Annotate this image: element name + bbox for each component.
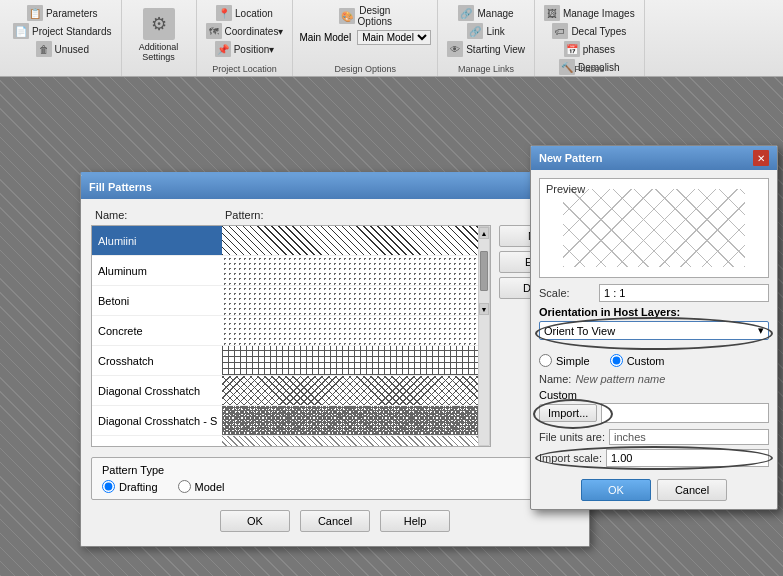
ribbon-group-phases: 🖼 Manage Images 🏷 Decal Types 📅 phases 🔨… — [535, 0, 645, 76]
name-column-header: Name: — [95, 209, 225, 221]
file-units-value: inches — [609, 429, 769, 445]
import-row: Import... — [539, 403, 769, 423]
new-pattern-dialog: New Pattern ✕ Preview Scale: Orientation… — [530, 145, 778, 510]
pattern-preview-aluminum — [222, 256, 478, 285]
decal-types-button[interactable]: 🏷 Decal Types — [549, 22, 629, 40]
import-scale-section: Import scale: — [539, 449, 769, 467]
fill-patterns-ok-button[interactable]: OK — [220, 510, 290, 532]
new-pattern-bottom-buttons: OK Cancel — [539, 475, 769, 501]
ribbon: 📋 Parameters 📄 Project Standards 🗑 Unuse… — [0, 0, 783, 77]
phases-button[interactable]: 📅 phases — [561, 40, 618, 58]
fill-patterns-help-button[interactable]: Help — [380, 510, 450, 532]
drafting-radio-label[interactable]: Drafting — [102, 480, 158, 493]
fill-patterns-dialog: Fill Patterns ✕ Name: Pattern: Alumiini … — [80, 172, 590, 547]
list-item[interactable]: Crosshatch — [92, 346, 478, 376]
pattern-preview-betoni — [222, 286, 478, 315]
custom-radio-label[interactable]: Custom — [610, 354, 665, 367]
import-scale-input[interactable] — [606, 449, 769, 467]
starting-view-button[interactable]: 👁 Starting View — [444, 40, 528, 58]
list-item[interactable]: Diagonal Crosshatch — [92, 376, 478, 406]
unused-button[interactable]: 🗑 Unused — [33, 40, 92, 58]
preview-label: Preview — [546, 183, 585, 195]
scale-input[interactable] — [599, 284, 769, 302]
orientation-label: Orientation in Host Layers: — [539, 306, 769, 318]
scroll-up-arrow[interactable]: ▲ — [479, 227, 489, 239]
scale-row: Scale: — [539, 284, 769, 302]
fill-patterns-cancel-button[interactable]: Cancel — [300, 510, 370, 532]
scroll-down-arrow[interactable]: ▼ — [479, 303, 489, 315]
import-scale-label: Import scale: — [539, 452, 602, 464]
pattern-name-aluminum: Aluminum — [92, 265, 222, 277]
new-pattern-titlebar: New Pattern ✕ — [531, 146, 777, 170]
position-icon: 📌 — [215, 41, 231, 57]
simple-custom-radio-group: Simple Custom — [539, 354, 769, 367]
new-pattern-cancel-button[interactable]: Cancel — [657, 479, 727, 501]
custom-section-label: Custom — [539, 389, 769, 401]
ribbon-group-parameters: 📋 Parameters 📄 Project Standards 🗑 Unuse… — [4, 0, 122, 76]
import-scale-row: Import scale: — [539, 449, 769, 467]
pattern-name-diagcrosshatch2: Diagonal cross-hatch — [92, 445, 222, 447]
location-button[interactable]: 📍 Location — [213, 4, 276, 22]
pattern-preview-diagcrosshatch-s — [222, 406, 478, 435]
model-radio[interactable] — [178, 480, 191, 493]
pattern-name-diagcrosshatch: Diagonal Crosshatch — [92, 385, 222, 397]
pattern-list-container: Alumiini Aluminum Betoni Concrete — [91, 225, 579, 447]
scroll-thumb[interactable] — [480, 251, 488, 291]
import-button[interactable]: Import... — [539, 404, 597, 422]
simple-radio[interactable] — [539, 354, 552, 367]
design-options-icon: 🎨 — [339, 8, 355, 24]
pattern-type-label: Pattern Type — [102, 464, 568, 476]
link-button[interactable]: 🔗 Link — [464, 22, 507, 40]
column-headers: Name: Pattern: — [91, 209, 579, 221]
design-options-button[interactable]: 🎨 DesignOptions — [336, 4, 395, 28]
coordinates-button[interactable]: 🗺 Coordinates ▾ — [203, 22, 287, 40]
new-pattern-close-button[interactable]: ✕ — [753, 150, 769, 166]
pattern-preview-diagcrosshatch — [222, 376, 478, 405]
list-item[interactable]: Aluminum — [92, 256, 478, 286]
simple-label: Simple — [556, 355, 590, 367]
pattern-list[interactable]: Alumiini Aluminum Betoni Concrete — [92, 226, 478, 446]
model-radio-label[interactable]: Model — [178, 480, 225, 493]
pattern-name-diagcrosshatch-s: Diagonal Crosshatch - S — [92, 415, 222, 427]
list-item[interactable]: Betoni — [92, 286, 478, 316]
preview-x-pattern — [563, 189, 745, 267]
coordinates-icon: 🗺 — [206, 23, 222, 39]
pattern-preview-concrete — [222, 316, 478, 345]
parameters-button[interactable]: 📋 Parameters — [24, 4, 101, 22]
list-item[interactable]: Diagonal Crosshatch - S — [92, 406, 478, 436]
main-model-dropdown[interactable]: Main Model — [357, 30, 431, 45]
orientation-section: Orientation in Host Layers: Orient To Vi… — [539, 306, 769, 346]
drafting-radio[interactable] — [102, 480, 115, 493]
custom-label-radio: Custom — [627, 355, 665, 367]
project-standards-button[interactable]: 📄 Project Standards — [10, 22, 115, 40]
fill-patterns-titlebar: Fill Patterns ✕ — [81, 175, 589, 199]
pattern-list-scrollbar[interactable]: ▲ ▼ — [478, 226, 490, 446]
new-pattern-title: New Pattern — [539, 152, 603, 164]
ribbon-group-design-options: 🎨 DesignOptions Main Model Main Model De… — [293, 0, 438, 76]
manage-button[interactable]: 🔗 Manage — [455, 4, 516, 22]
pattern-column-header: Pattern: — [225, 209, 264, 221]
new-pattern-ok-button[interactable]: OK — [581, 479, 651, 501]
orientation-dropdown[interactable]: Orient To View ▾ — [539, 321, 769, 340]
scale-label: Scale: — [539, 287, 599, 299]
list-item[interactable]: Alumiini — [92, 226, 478, 256]
manage-images-button[interactable]: 🖼 Manage Images — [541, 4, 638, 22]
additional-settings-button[interactable]: ⚙ Additional Settings — [128, 4, 190, 66]
simple-radio-label[interactable]: Simple — [539, 354, 590, 367]
pattern-name-crosshatch: Crosshatch — [92, 355, 222, 367]
import-input-field[interactable] — [601, 403, 769, 423]
name-row: Name: New pattern name — [539, 373, 769, 385]
fill-patterns-title: Fill Patterns — [89, 181, 152, 193]
unused-icon: 🗑 — [36, 41, 52, 57]
link-icon: 🔗 — [467, 23, 483, 39]
manage-links-label: Manage Links — [458, 64, 514, 74]
main-background: Fill Patterns ✕ Name: Pattern: Alumiini … — [0, 77, 783, 576]
manage-icon: 🔗 — [458, 5, 474, 21]
custom-radio[interactable] — [610, 354, 623, 367]
list-item[interactable]: Diagonal cross-hatch — [92, 436, 478, 446]
dropdown-arrow-icon: ▾ — [758, 324, 764, 337]
file-units-label: File units are: — [539, 431, 605, 443]
phases-group-label: Phases — [574, 64, 604, 74]
list-item[interactable]: Concrete — [92, 316, 478, 346]
position-button[interactable]: 📌 Position ▾ — [212, 40, 278, 58]
